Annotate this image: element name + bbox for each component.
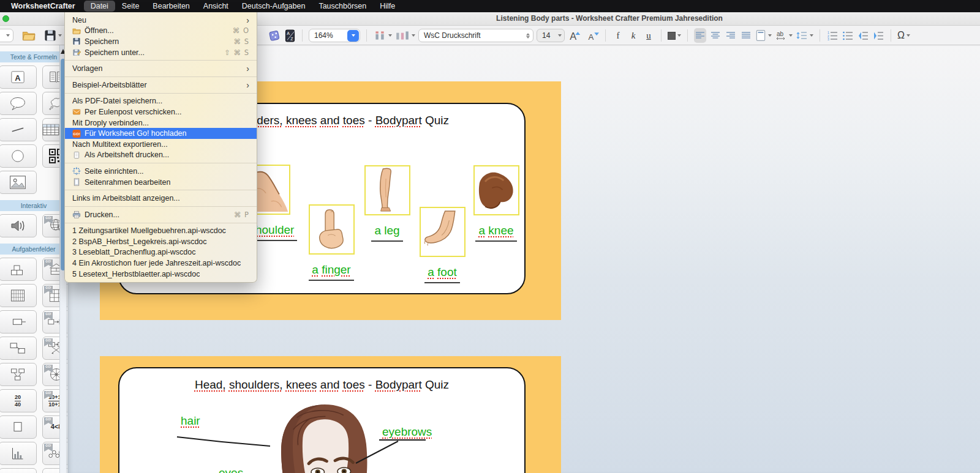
- speech-bubble-icon: [9, 96, 26, 111]
- font-size-select[interactable]: 14: [537, 29, 565, 42]
- knee-image[interactable]: [473, 165, 519, 215]
- page2-title[interactable]: Head, shoulders, knees and toes - Bodypa…: [119, 378, 524, 392]
- quiz-label-a-knee[interactable]: a knee: [475, 224, 516, 242]
- indent-icon: [873, 31, 884, 40]
- menu-item-2-bspab-herbst-legekreis-api-wscdoc[interactable]: 2 BspAB_Herbst_Legekreis.api-wscdoc: [65, 236, 257, 247]
- tool-boxes[interactable]: [0, 337, 37, 360]
- svg-text:A: A: [287, 31, 290, 35]
- tool-small-box[interactable]: [0, 310, 37, 333]
- tool-bar-chart[interactable]: [0, 442, 37, 465]
- dictionary-button[interactable]: AZ: [284, 28, 296, 43]
- tool-dense-grid[interactable]: [0, 284, 37, 307]
- bold-button[interactable]: f: [612, 28, 624, 43]
- font-stepper[interactable]: [526, 33, 530, 39]
- line-spacing-icon: [796, 31, 808, 40]
- special-characters-button[interactable]: Ω: [897, 28, 910, 43]
- menu-item-seite-einrichten[interactable]: Seite einrichten...: [65, 166, 257, 177]
- dice-random-button[interactable]: [268, 28, 281, 43]
- tool-circle[interactable]: [0, 144, 37, 168]
- font-increase-icon: A: [568, 29, 582, 42]
- finger-image[interactable]: [309, 204, 355, 255]
- menubar-item-bearbeiten[interactable]: Bearbeiten: [146, 1, 196, 12]
- woman-face-image[interactable]: [258, 402, 390, 473]
- label-eyes[interactable]: eyes: [219, 466, 243, 473]
- zoom-dropdown-button[interactable]: [347, 30, 359, 42]
- align-right-icon: [725, 31, 736, 40]
- quiz-label-a-foot[interactable]: a foot: [424, 266, 460, 283]
- page-margins-button[interactable]: [373, 28, 392, 43]
- underline-button[interactable]: u: [643, 28, 655, 43]
- tool-speech-bubble[interactable]: [0, 92, 37, 115]
- text-frame-align-icon: [755, 29, 766, 42]
- menu-item-für-worksheet-go-hochladen[interactable]: GO!Für Worksheet Go! hochladen: [65, 128, 257, 139]
- numbered-list-button[interactable]: 123: [826, 28, 839, 43]
- menu-item-als-pdf-datei-speichern[interactable]: Als PDF-Datei speichern...: [65, 96, 257, 107]
- italic-button[interactable]: k: [627, 28, 639, 43]
- menubar-item-ansicht[interactable]: Ansicht: [197, 1, 235, 12]
- menu-item-neu[interactable]: Neu›: [65, 15, 257, 26]
- quiz-label-a-leg[interactable]: a leg: [371, 224, 402, 242]
- menubar-item-seite[interactable]: Seite: [115, 1, 146, 12]
- menu-item-links-im-arbeitsblatt-anzeigen[interactable]: Links im Arbeitsblatt anzeigen...: [65, 193, 257, 204]
- menu-item-drucken[interactable]: Drucken...⌘ P: [65, 209, 257, 220]
- foot-image[interactable]: [420, 207, 466, 257]
- leg-image[interactable]: [364, 165, 410, 215]
- menu-item-nach-multitext-exportieren[interactable]: Nach Multitext exportieren...: [65, 139, 257, 150]
- menu-item-mit-droply-verbinden[interactable]: Mit Droply verbinden...: [65, 117, 257, 128]
- align-left-button[interactable]: [694, 28, 706, 43]
- font-color-button[interactable]: [668, 28, 681, 43]
- traffic-light-green[interactable]: [2, 15, 9, 22]
- zoom-level-select[interactable]: 164%: [309, 29, 360, 42]
- align-justify-button[interactable]: [740, 28, 752, 43]
- label-hair[interactable]: hair: [181, 414, 200, 428]
- menu-item-vorlagen[interactable]: Vorlagen›: [65, 63, 257, 74]
- save-file-button[interactable]: [44, 28, 62, 43]
- tool-line[interactable]: [0, 118, 37, 141]
- increase-indent-button[interactable]: [872, 28, 884, 43]
- label-eyebrows[interactable]: eyebrows: [382, 425, 432, 439]
- menu-item-3-leseblatt-drachenflug-api-wscdoc[interactable]: 3 Leseblatt_Drachenflug.api-wscdoc: [65, 247, 257, 258]
- menu-item-speichern-unter[interactable]: Speichern unter...⇧ ⌘ S: [65, 47, 257, 58]
- menubar-item-hilfe[interactable]: Hilfe: [373, 1, 402, 12]
- decrease-font-button[interactable]: A: [586, 28, 599, 43]
- columns-layout-button[interactable]: [395, 28, 415, 43]
- menubar-app-name[interactable]: WorksheetCrafter: [6, 1, 80, 12]
- tool-building-blocks[interactable]: [0, 258, 37, 281]
- menubar-item-deutsch-aufgaben[interactable]: Deutsch-Aufgaben: [235, 1, 312, 12]
- align-center-button[interactable]: [709, 28, 722, 43]
- numbered-list-icon: 123: [827, 31, 838, 40]
- increase-font-button[interactable]: A: [568, 28, 582, 43]
- decrease-indent-button[interactable]: [857, 28, 869, 43]
- menu-item-speichern[interactable]: Speichern⌘ S: [65, 36, 257, 47]
- menu-item-per-eulenpost-verschicken[interactable]: Per Eulenpost verschicken...: [65, 106, 257, 117]
- quiz-label-a-finger[interactable]: a finger: [309, 263, 353, 281]
- line-spacing-button[interactable]: [796, 28, 813, 43]
- menu-separator: [65, 60, 257, 61]
- menu-item-seitenrahmen-bearbeiten[interactable]: Seitenrahmen bearbeiten: [65, 177, 257, 188]
- menu-item-öffnen[interactable]: Öffnen...⌘ O: [65, 26, 257, 37]
- tool-text-frame[interactable]: A: [0, 65, 37, 89]
- tool-square[interactable]: [0, 415, 37, 439]
- tool-flow-tree[interactable]: [0, 363, 37, 386]
- menubar-item-datei[interactable]: Datei: [84, 1, 115, 12]
- omega-icon: Ω: [897, 30, 905, 41]
- tool-fraction-stack[interactable]: 2040: [0, 389, 37, 412]
- menu-item-beispiel-arbeitsblätter[interactable]: Beispiel-Arbeitsblätter›: [65, 80, 257, 91]
- tool-audio[interactable]: [0, 214, 37, 237]
- font-family-select[interactable]: WsC Druckschrift: [418, 29, 533, 42]
- svg-text:A: A: [588, 32, 594, 42]
- menu-item-5-lesetext-herbstblaetter-api-wscdoc[interactable]: 5 Lesetext_Herbstblaetter.api-wscdoc: [65, 269, 257, 280]
- new-document-dropdown[interactable]: [0, 29, 13, 42]
- menu-item-1-zeitungsartikel-muellgebuehren-api-wscdoc[interactable]: 1 Zeitungsartikel Muellgebuehren.api-wsc…: [65, 226, 257, 237]
- align-right-button[interactable]: [725, 28, 737, 43]
- tool-dots-10[interactable]: 10: [0, 468, 37, 473]
- character-spacing-button[interactable]: ab: [775, 28, 793, 43]
- vertical-align-button[interactable]: [755, 28, 772, 43]
- menubar-item-tauschbörsen[interactable]: Tauschbörsen: [312, 1, 373, 12]
- bullet-list-button[interactable]: [842, 28, 854, 43]
- menu-item-als-arbeitsheft-drucken[interactable]: Als Arbeitsheft drucken...: [65, 150, 257, 161]
- submenu-arrow-icon: ›: [246, 81, 249, 89]
- tool-image[interactable]: [0, 171, 37, 194]
- menu-item-4-ein-akrostichon-fuer-jede-jahreszeit-api-wscdoc[interactable]: 4 Ein Akrostichon fuer jede Jahreszeit.a…: [65, 258, 257, 269]
- open-file-button[interactable]: [21, 28, 36, 43]
